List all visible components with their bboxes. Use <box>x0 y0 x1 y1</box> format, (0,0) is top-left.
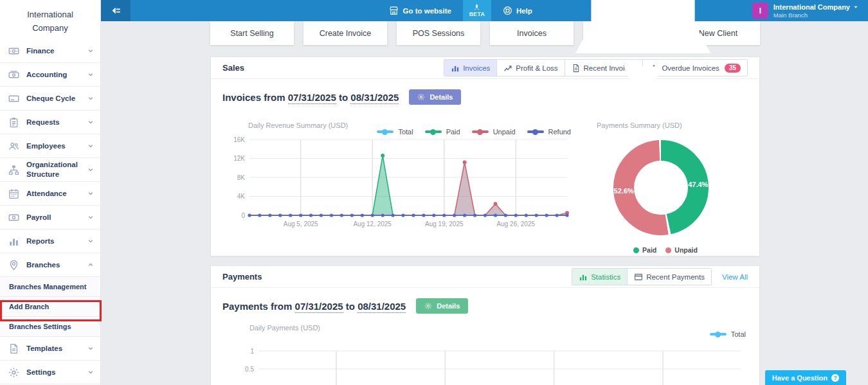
location-pin-icon <box>8 260 19 271</box>
invoices-details-button[interactable]: Details <box>409 89 461 105</box>
chevron-down-icon <box>87 190 95 197</box>
help-button[interactable]: Help <box>503 6 532 15</box>
beta-label: BETA <box>469 11 485 17</box>
chevron-down-icon <box>87 94 95 102</box>
gear-icon <box>424 302 432 310</box>
gear-icon <box>417 93 425 101</box>
tab-invoices[interactable]: Invoices <box>444 60 497 76</box>
payments-summary-legend: PaidUnpaid <box>592 246 739 254</box>
question-icon: ? <box>831 374 839 382</box>
sidebar-item-settings[interactable]: Settings <box>0 361 100 384</box>
beta-badge[interactable]: BETA <box>463 0 491 21</box>
invoices-from-date[interactable]: 07/31/2025 <box>288 92 336 104</box>
sidebar-item-finance[interactable]: Finance <box>0 39 100 63</box>
view-all-link[interactable]: View All <box>722 273 748 281</box>
sidebar-item-employees[interactable]: Employees <box>0 134 100 158</box>
daily-revenue-chart: 04K8K12K16KAug 5, 2025Aug 12, 2025Aug 19… <box>222 136 575 240</box>
quick-action-start-selling[interactable]: Start Selling <box>210 21 294 45</box>
chevron-down-icon <box>87 71 95 78</box>
donut-legend-unpaid: Unpaid <box>665 246 698 254</box>
chevron-down-icon <box>87 368 95 376</box>
payments-details-button[interactable]: Details <box>416 298 468 314</box>
chevron-down-icon <box>87 345 95 352</box>
tab-label: Statistics <box>591 273 620 281</box>
sidebar-item-branches[interactable]: Branches <box>0 253 100 277</box>
sidebar-item-label: Payroll <box>26 213 87 222</box>
sidebar-item-payroll[interactable]: Payroll <box>0 206 100 229</box>
avatar: I <box>752 3 768 19</box>
sidebar-item-requests[interactable]: Requests <box>0 111 100 134</box>
sidebar-item-reports[interactable]: Reports <box>0 229 100 253</box>
svg-text:0: 0 <box>241 212 245 219</box>
payments-from-date[interactable]: 07/31/2025 <box>295 301 343 313</box>
tab-label: Recent Payments <box>646 273 705 281</box>
chevron-down-icon <box>87 142 95 150</box>
calendar-icon <box>8 188 19 199</box>
sidebar-menu: FinanceAccountingCheque CycleRequestsEmp… <box>0 39 100 384</box>
company-name-line1: International <box>0 8 100 21</box>
storefront-icon <box>389 6 399 15</box>
rocket-icon <box>473 4 480 11</box>
sidebar-item-accounting[interactable]: Accounting <box>0 63 100 87</box>
sidebar-collapse-button[interactable] <box>101 0 131 21</box>
bar-chart-icon <box>451 64 460 73</box>
legend-unpaid: Unpaid <box>472 128 516 136</box>
account-menu[interactable]: I International Company Main Branch <box>752 3 859 19</box>
legend-swatch <box>425 130 442 133</box>
payments-summary-title: Payments Summary (USD) <box>597 121 748 129</box>
sidebar-item-label: Organizational Structure <box>26 160 87 179</box>
invoices-to-date[interactable]: 08/31/2025 <box>350 92 399 104</box>
payments-range-joiner: to <box>346 301 355 312</box>
quick-action-pos-sessions[interactable]: POS Sessions <box>397 21 480 45</box>
legend-total: Total <box>377 128 413 136</box>
legend-swatch <box>377 130 393 133</box>
payments-tabs: StatisticsRecent Payments <box>572 268 712 285</box>
sidebar-item-cheque-cycle[interactable]: Cheque Cycle <box>0 87 100 111</box>
chevron-down-icon <box>87 213 95 221</box>
payments-to-date[interactable]: 08/31/2025 <box>357 301 406 313</box>
svg-text:1: 1 <box>250 348 254 355</box>
top-bar-right: Go to website BETA Help 78 I Internation… <box>389 0 868 21</box>
sidebar-item-organizational-structure[interactable]: Organizational Structure <box>0 158 100 182</box>
legend-dot <box>665 247 671 253</box>
company-name[interactable]: International Company <box>0 0 100 39</box>
svg-text:16K: 16K <box>233 136 245 143</box>
gear-icon <box>8 367 19 378</box>
svg-text:8K: 8K <box>237 174 246 181</box>
chevron-down-icon <box>87 118 95 126</box>
invoices-range-joiner: to <box>339 92 348 103</box>
tab-statistics[interactable]: Statistics <box>572 269 628 285</box>
company-name-line2: Company <box>0 21 100 35</box>
help-label: Help <box>516 7 532 15</box>
payments-chart-title: Daily Payments (USD) <box>249 324 320 332</box>
top-bar: Go to website BETA Help 78 I Internation… <box>101 0 868 21</box>
sales-title: Sales <box>222 63 244 73</box>
bell-icon <box>547 0 739 107</box>
payments-title: Payments <box>222 272 262 282</box>
payments-panel-head: Payments StatisticsRecent Payments View … <box>211 266 759 288</box>
legend-swatch <box>472 130 489 133</box>
revenue-chart-legend: TotalPaidUnpaidRefund <box>377 128 575 136</box>
svg-text:0.5: 0.5 <box>245 366 254 373</box>
have-a-question-button[interactable]: Have a Question ? <box>765 370 846 385</box>
chevron-down-icon <box>87 47 95 55</box>
org-chart-icon <box>8 165 19 175</box>
sidebar-item-templates[interactable]: Templates <box>0 337 100 361</box>
go-to-website-label: Go to website <box>402 7 451 15</box>
bar-chart-icon <box>8 236 19 247</box>
sidebar-subitem-add-branch[interactable]: Add Branch <box>0 297 100 317</box>
sidebar-item-label: Accounting <box>26 70 87 80</box>
go-to-website-link[interactable]: Go to website <box>389 6 451 15</box>
account-name: International Company <box>773 3 850 11</box>
sidebar: International Company FinanceAccountingC… <box>0 0 101 385</box>
notifications-button[interactable]: 78 <box>547 0 739 107</box>
sidebar-item-label: Branches <box>26 260 87 270</box>
lifebuoy-icon <box>503 6 512 15</box>
sidebar-subitem-branches-settings[interactable]: Branches Settings <box>0 317 100 337</box>
tab-recent-payments[interactable]: Recent Payments <box>628 269 711 285</box>
quick-action-create-invoice[interactable]: Create Invoice <box>303 21 387 45</box>
sidebar-item-attendance[interactable]: Attendance <box>0 182 100 206</box>
sidebar-subitem-branches-management[interactable]: Branches Management <box>0 277 100 297</box>
invoices-details-label: Details <box>429 93 453 101</box>
sidebar-item-label: Settings <box>26 368 87 377</box>
